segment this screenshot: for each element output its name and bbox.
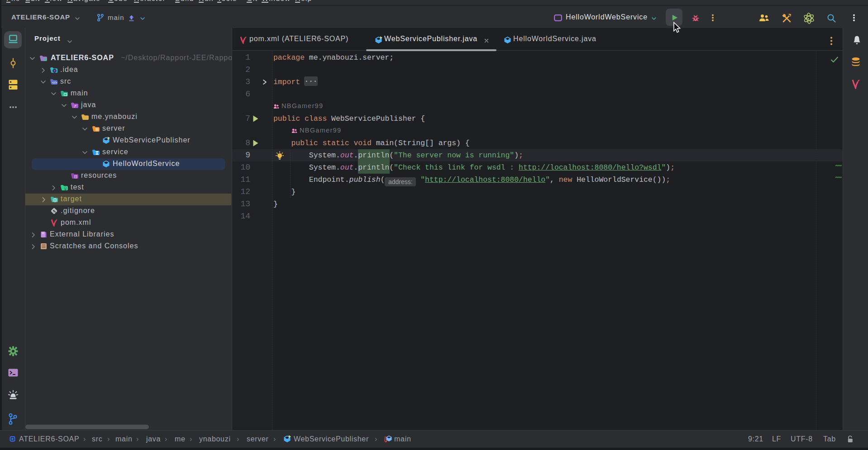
svg-text:</>: </>	[52, 81, 57, 85]
